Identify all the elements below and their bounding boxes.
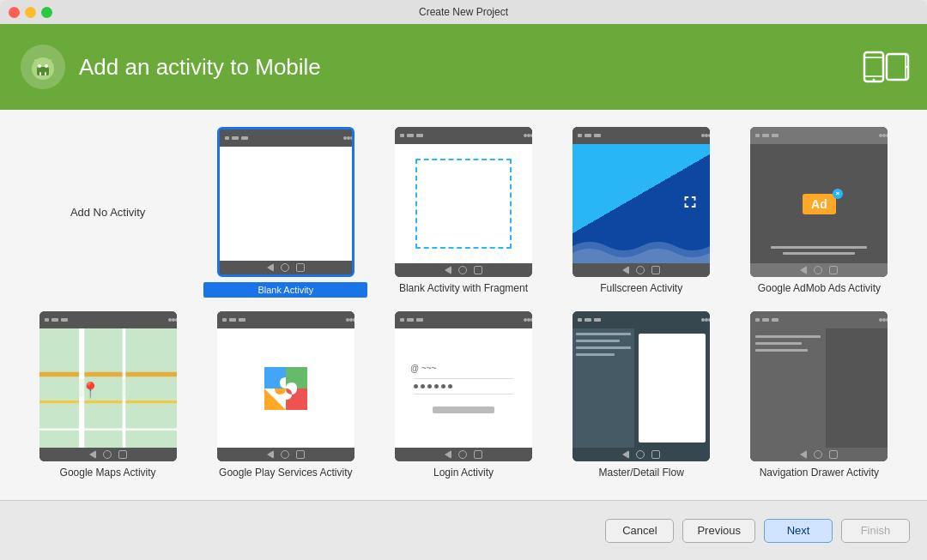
activity-item-fragment[interactable]: Blank Activity with Fragment [381, 127, 545, 298]
traffic-lights [9, 7, 52, 18]
status-dot-3 [241, 136, 248, 140]
window-title: Create New Project [419, 6, 508, 18]
master-list [573, 328, 634, 448]
home-btn [281, 263, 289, 272]
activity-item-master[interactable]: Master/Detail Flow [560, 311, 724, 479]
play-activity-label: Google Play Services Activity [219, 467, 352, 479]
header: Add an activity to Mobile [0, 24, 927, 110]
status-dot-2 [232, 136, 239, 140]
master-detail-panel [639, 334, 706, 443]
phone-top-bar [220, 129, 352, 147]
activity-item-add-no-activity[interactable]: Add No Activity [26, 127, 190, 298]
device-icons [863, 51, 910, 83]
login-activity-label: Login Activity [433, 467, 494, 479]
android-logo-svg [27, 51, 58, 82]
fullscreen-activity-label: Fullscreen Activity [600, 282, 682, 294]
android-studio-icon [21, 45, 65, 89]
master-phone-body [573, 328, 710, 448]
fragment-activity-card[interactable] [395, 127, 532, 277]
drawer-panel [750, 328, 826, 448]
svg-rect-6 [39, 72, 41, 75]
activity-item-login[interactable]: @ ~~~ [381, 311, 545, 479]
login-btn-placeholder [433, 406, 494, 413]
fullscreen-phone-body [573, 144, 710, 263]
login-activity-card[interactable]: @ ~~~ [395, 311, 532, 461]
activity-item-fullscreen[interactable]: Fullscreen Activity [560, 127, 724, 298]
master-activity-card[interactable] [573, 311, 710, 461]
blank-activity-label: Blank Activity [203, 282, 367, 298]
activity-item-maps[interactable]: 📍 Google Maps Activity [26, 311, 190, 479]
header-title: Add an activity to Mobile [79, 54, 321, 81]
maps-activity-label: Google Maps Activity [60, 467, 156, 479]
svg-rect-8 [864, 52, 883, 81]
maximize-button[interactable] [41, 7, 52, 18]
activity-grid: Add No Activity [0, 110, 927, 500]
previous-button[interactable]: Previous [682, 519, 755, 543]
puzzle-icon [256, 358, 316, 418]
svg-rect-21 [39, 379, 177, 397]
svg-rect-7 [45, 72, 46, 75]
recent-btn [296, 263, 305, 272]
admob-activity-label: Google AdMob Ads Activity [758, 282, 881, 294]
fullscreen-activity-card[interactable] [573, 127, 710, 277]
next-button[interactable]: Next [764, 519, 833, 543]
finish-button[interactable]: Finish [841, 519, 910, 543]
add-no-activity-label: Add No Activity [70, 206, 145, 219]
maps-activity-card[interactable]: 📍 [39, 311, 177, 461]
map-pin-icon: 📍 [81, 381, 100, 400]
nav-drawer-activity-label: Navigation Drawer Activity [760, 467, 879, 479]
dashed-fragment-box [415, 159, 512, 248]
minimize-button[interactable] [25, 7, 36, 18]
phone-bottom-bar [220, 261, 352, 274]
svg-rect-1 [37, 67, 49, 75]
cancel-button[interactable]: Cancel [605, 519, 674, 543]
blank-activity-card[interactable] [217, 127, 354, 277]
nav-drawer-phone-body [750, 328, 888, 448]
admob-activity-card[interactable]: Ad × [750, 127, 888, 277]
phone-menu-icon [343, 136, 347, 140]
activity-item-nav-drawer[interactable]: Navigation Drawer Activity [737, 311, 901, 479]
email-at-symbol: @ ~~~ [410, 364, 436, 373]
svg-point-11 [873, 79, 876, 81]
maps-phone-body: 📍 [39, 328, 177, 448]
close-button[interactable] [9, 7, 20, 18]
activity-item-admob[interactable]: Ad × Google AdMob Ads Activity [737, 127, 901, 298]
fullscreen-expand-icon [681, 192, 700, 215]
title-bar: Create New Project [0, 0, 927, 24]
fragment-activity-label: Blank Activity with Fragment [399, 282, 528, 294]
login-phone-body: @ ~~~ [395, 328, 532, 448]
status-dot [225, 136, 229, 140]
admob-phone-body: Ad × [750, 144, 888, 263]
svg-point-14 [906, 66, 907, 68]
bottom-bar: Cancel Previous Next Finish [0, 500, 927, 560]
ad-banner: Ad [803, 194, 836, 214]
blank-phone-body [220, 147, 352, 261]
activity-item-blank[interactable]: Blank Activity [203, 127, 367, 298]
password-dots [414, 384, 452, 388]
fragment-phone-body [395, 144, 532, 263]
nav-drawer-activity-card[interactable] [750, 311, 888, 461]
play-phone-body [217, 328, 354, 448]
back-btn [267, 263, 274, 272]
svg-point-2 [38, 64, 41, 68]
phone-top-bar-fragment [395, 127, 532, 144]
activity-item-play[interactable]: Google Play Services Activity [203, 311, 367, 479]
svg-point-3 [45, 64, 48, 68]
master-activity-label: Master/Detail Flow [599, 467, 684, 479]
play-activity-card[interactable] [217, 311, 354, 461]
device-icons-svg [863, 51, 910, 83]
